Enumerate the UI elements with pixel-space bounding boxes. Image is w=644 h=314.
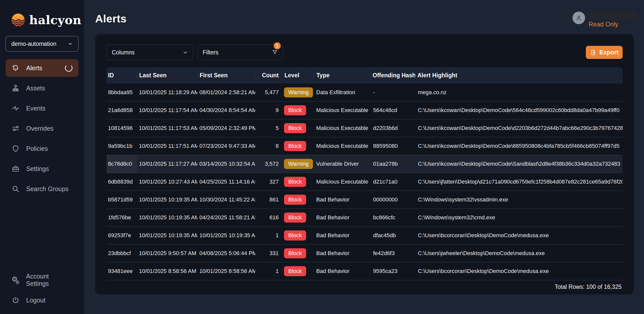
columns-dropdown[interactable]: Columns	[106, 45, 193, 60]
cell-last-seen: 10/01/2025 8:58:56 AM	[137, 262, 197, 280]
cell-alert-highlight: C:\Users\bcorcoran\Desktop\DemoCode\medu…	[415, 227, 623, 244]
table-row[interactable]: 8bbdaa95 10/01/2025 11:18:29 AM 08/01/20…	[106, 84, 623, 101]
column-header-count[interactable]: Count	[255, 72, 282, 79]
export-button[interactable]: Export	[586, 46, 623, 59]
cell-last-seen: 10/01/2025 10:27:43 AM	[137, 173, 197, 191]
cell-level: Block	[282, 137, 314, 155]
avatar[interactable]	[573, 12, 585, 24]
export-icon	[590, 49, 596, 56]
sidebar-item-label: Policies	[26, 145, 48, 152]
sidebar-item-search-groups[interactable]: Search Groups	[6, 180, 79, 198]
cell-id: 69253f7e	[106, 227, 137, 244]
cell-type: Bad Behavior	[314, 245, 370, 262]
sidebar-item-overrides[interactable]: Overrides	[6, 120, 79, 137]
cell-type: Bad Behavior	[314, 262, 370, 280]
brand-logo: halcyon	[12, 13, 84, 27]
cell-last-seen: 10/01/2025 10:19:35 AM	[137, 227, 197, 244]
table-row[interactable]: 8c78d8c0 10/01/2025 11:17:27 AM 03/14/20…	[106, 155, 623, 173]
column-header-level[interactable]: Level	[282, 72, 314, 79]
cell-alert-highlight: C:\Users\jwheeler\Desktop\DemoCode\medus…	[415, 245, 623, 262]
cell-first-seen: 04/08/2025 5:06:44 PM	[197, 245, 255, 262]
cell-first-seen: 05/09/2024 2:32:49 PM	[197, 119, 255, 137]
pulse-icon	[12, 104, 20, 112]
sidebar-item-settings[interactable]: Settings	[6, 160, 79, 178]
cell-id: b5871d59	[106, 191, 137, 208]
table-row[interactable]: 1fd576be 10/01/2025 10:19:35 AM 04/24/20…	[106, 209, 623, 227]
cell-id: 8bbdaa95	[106, 84, 137, 101]
filters-count-badge: 1	[274, 42, 281, 49]
total-rows-label: Total Rows: 100 of 16,325	[555, 284, 622, 290]
person-icon	[575, 14, 583, 22]
chevron-down-icon	[182, 49, 189, 56]
cell-first-seen: 08/01/2024 2:58:21 AM	[197, 84, 255, 101]
sidebar-item-policies[interactable]: Policies	[6, 140, 79, 157]
sidebar: halcyon demo-automation Alerts	[0, 0, 84, 314]
cell-level: Block	[282, 209, 314, 226]
cell-count: 3,572	[255, 155, 282, 173]
cell-level: Warning	[282, 84, 314, 101]
cell-first-seen: 04/24/2025 11:58:21 AM	[197, 209, 255, 226]
cell-last-seen: 10/01/2025 10:19:35 AM	[137, 209, 197, 226]
filters-dropdown[interactable]: Filters 1	[197, 45, 283, 60]
export-button-label: Export	[599, 49, 619, 56]
table-row[interactable]: 23dbbbcf 10/01/2025 9:50:57 AM 04/08/202…	[106, 245, 623, 262]
cell-level: Block	[282, 101, 314, 119]
sidebar-item-events[interactable]: Events	[6, 99, 79, 117]
cell-alert-highlight: C:\Users\kcowan\Desktop\DemoCode\8859508…	[415, 137, 623, 155]
sidebar-item-alerts[interactable]: Alerts	[6, 59, 79, 77]
cell-type: Malicious Executable	[314, 119, 370, 137]
cell-id: 6db8839d	[106, 173, 137, 191]
sidebar-item-account-settings[interactable]: ⚙⚙ Account Settings	[6, 271, 79, 289]
column-header-type[interactable]: Type	[314, 72, 370, 79]
sidebar-item-label: Assets	[26, 85, 45, 92]
cell-count: 327	[255, 173, 282, 191]
cell-type: Bad Behavior	[314, 209, 370, 226]
cell-id: 23dbbbcf	[106, 245, 137, 262]
table-body: 8bbdaa95 10/01/2025 11:18:29 AM 08/01/20…	[106, 84, 623, 280]
cell-first-seen: 07/23/2024 9:47:33 AM	[197, 137, 255, 155]
cell-first-seen: 10/30/2024 11:45:22 AM	[197, 191, 255, 208]
level-badge: Block	[284, 105, 306, 115]
table-row[interactable]: b5871d59 10/01/2025 10:19:35 AM 10/30/20…	[106, 191, 623, 209]
cell-count: 1	[255, 262, 282, 280]
main-area: Alerts Read Only Columns Filter	[84, 0, 644, 314]
column-header-last-seen[interactable]: Last Seen	[137, 72, 197, 79]
cell-count: 331	[255, 245, 282, 262]
cell-alert-highlight: mega.co.nz	[415, 84, 623, 101]
sidebar-item-assets[interactable]: Assets	[6, 79, 79, 97]
column-header-id[interactable]: ID	[106, 72, 137, 79]
alerts-table: ID Last Seen First Seen Count Level Type…	[106, 67, 623, 280]
table-row[interactable]: 6db8839d 10/01/2025 10:27:43 AM 04/25/20…	[106, 173, 623, 191]
table-row[interactable]: 21a6d858 10/01/2025 11:17:54 AM 04/30/20…	[106, 101, 623, 119]
org-selector[interactable]: demo-automation	[6, 36, 79, 52]
level-badge: Block	[284, 195, 306, 205]
cell-id: 10814596	[106, 119, 137, 137]
table-row[interactable]: 10814596 10/01/2025 11:17:53 AM 05/09/20…	[106, 119, 623, 137]
level-badge: Warning	[284, 159, 313, 169]
level-badge: Warning	[284, 87, 313, 97]
cell-id: 93481eee	[106, 262, 137, 280]
table-row[interactable]: 93481eee 10/01/2025 8:58:56 AM 10/01/202…	[106, 262, 623, 280]
chevron-down-icon	[67, 41, 73, 47]
cell-last-seen: 10/01/2025 11:18:29 AM	[137, 84, 197, 101]
table-row[interactable]: 9a59bc1b 10/01/2025 11:17:51 AM 07/23/20…	[106, 137, 623, 155]
cell-count: 5,477	[255, 84, 282, 101]
cell-last-seen: 10/01/2025 9:50:57 AM	[137, 245, 197, 262]
cell-last-seen: 10/01/2025 11:17:53 AM	[137, 119, 197, 137]
cell-offending-hash: 564c48cd	[370, 101, 415, 119]
cell-count: 8	[255, 137, 282, 155]
column-header-first-seen[interactable]: First Seen	[197, 72, 255, 79]
column-header-offending-hash[interactable]: Offending Hash	[370, 72, 415, 79]
sidebar-item-logout[interactable]: Logout	[6, 291, 79, 309]
sidebar-nav: Alerts Assets Events	[0, 59, 84, 198]
cell-level: Block	[282, 173, 314, 191]
table-row[interactable]: 69253f7e 10/01/2025 10:19:35 AM 10/01/20…	[106, 227, 623, 245]
cell-last-seen: 10/01/2025 10:19:35 AM	[137, 191, 197, 208]
cell-type: Bad Behavior	[314, 227, 370, 244]
cell-last-seen: 10/01/2025 11:17:51 AM	[137, 137, 197, 155]
cell-alert-highlight: C:\Users\kcowan\Desktop\DemoCode\Sandbla…	[415, 155, 623, 173]
column-header-alert-highlight[interactable]: Alert Highlight	[415, 72, 623, 79]
columns-dropdown-label: Columns	[112, 49, 135, 56]
table-footer: Total Rows: 100 of 16,325	[106, 280, 623, 290]
cell-first-seen: 03/14/2025 10:32:54 AM	[197, 155, 255, 173]
